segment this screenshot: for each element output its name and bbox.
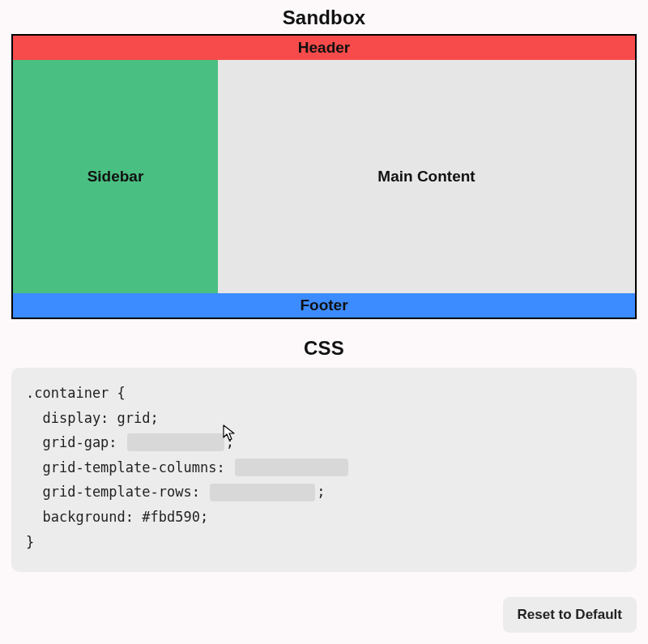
code-line-background: background: #fbd590;: [26, 505, 622, 530]
code-text: background: #fbd590;: [42, 505, 208, 530]
code-text: ;: [226, 430, 234, 455]
sandbox-sidebar-region: Sidebar: [13, 60, 218, 293]
sandbox-main-region: Main Content: [218, 60, 635, 293]
code-line-selector-open: .container {: [26, 381, 622, 406]
sandbox-footer-region: Footer: [13, 293, 635, 318]
code-text: display: grid;: [42, 406, 158, 431]
code-text: grid-template-columns:: [42, 455, 232, 480]
css-editor-panel: .container { display: grid; grid-gap: ; …: [11, 368, 637, 572]
sandbox-header-region: Header: [13, 36, 635, 60]
sandbox-container: Header Sidebar Main Content Footer: [11, 34, 637, 319]
code-line-grid-template-columns: grid-template-columns:: [26, 455, 622, 480]
grid-gap-input[interactable]: [127, 433, 224, 451]
code-text: grid-gap:: [42, 430, 125, 455]
code-line-display: display: grid;: [26, 406, 622, 431]
reset-button[interactable]: Reset to Default: [503, 597, 637, 633]
code-text: grid-template-rows:: [42, 480, 208, 505]
code-text: ;: [317, 480, 325, 505]
code-line-selector-close: }: [26, 530, 622, 555]
grid-template-columns-input[interactable]: [235, 458, 348, 476]
code-line-grid-template-rows: grid-template-rows: ;: [26, 480, 622, 505]
code-text: }: [26, 530, 34, 555]
css-title: CSS: [0, 337, 648, 360]
sandbox-title: Sandbox: [0, 6, 648, 29]
code-line-grid-gap: grid-gap: ;: [26, 430, 622, 455]
code-text: .container {: [26, 381, 126, 406]
grid-template-rows-input[interactable]: [210, 484, 315, 501]
